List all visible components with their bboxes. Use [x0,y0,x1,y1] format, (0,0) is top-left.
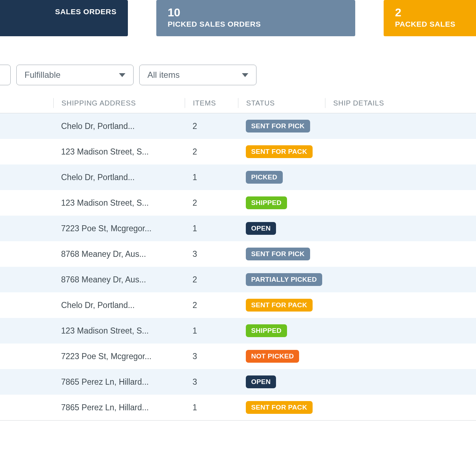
tab-label: PICKED SALES ORDERS [168,20,344,28]
tab-count: 2 [395,6,476,19]
cell-items: 2 [185,147,238,157]
table-row[interactable]: Forhlich123 Madison Street, S...2SENT FO… [0,139,476,164]
tab-picked-sales[interactable]: 10 PICKED SALES ORDERS [156,0,355,36]
filters-row: Fulfillable All items [0,65,476,85]
cell-status: SENT FOR PACK [238,299,325,312]
cell-items: 2 [185,121,238,131]
cell-address: Chelo Dr, Portland... [53,301,185,310]
cell-customer: Forhlich [0,198,53,208]
status-badge: SHIPPED [246,324,287,337]
table-row[interactable]: loangChelo Dr, Portland...2SENT FOR PICK [0,113,476,139]
table-body: loangChelo Dr, Portland...2SENT FOR PICK… [0,113,476,421]
status-badge: OPEN [246,222,276,235]
cell-items: 3 [185,249,238,259]
table-row[interactable]: Tehrani7865 Perez Ln, Hillard...3OPEN [0,369,476,395]
cell-customer: lleboid [0,173,53,182]
cell-items: 2 [185,275,238,285]
cell-status: SENT FOR PACK [238,401,325,414]
cell-status: NOT PICKED [238,350,325,363]
cell-customer: vson [0,352,53,361]
filter-label: All items [147,70,180,80]
col-items[interactable]: ITEMS [185,98,238,108]
filter-label: Fulfillable [25,70,60,80]
status-badge: PARTIALLY PICKED [246,273,322,286]
cell-customer: Forhlich [0,326,53,336]
col-ship[interactable]: SHIP DETAILS [325,98,410,108]
status-badge: NOT PICKED [246,350,299,363]
tab-packed-sales[interactable]: 2 PACKED SALES [384,0,476,36]
cell-status: PARTIALLY PICKED [238,273,325,286]
table-row[interactable]: Tehrani7865 Perez Ln, Hillard...1SENT FO… [0,395,476,420]
cell-address: 8768 Meaney Dr, Aus... [53,275,185,285]
cell-items: 1 [185,173,238,182]
cell-status: SENT FOR PACK [238,145,325,158]
chevron-down-icon [242,73,248,77]
cell-customer: nan [0,275,53,285]
tab-count: 10 [168,6,344,19]
col-status[interactable]: STATUS [238,98,325,108]
cell-address: 7223 Poe St, Mcgregor... [53,224,185,233]
cell-address: 7223 Poe St, Mcgregor... [53,352,185,361]
cell-address: 123 Madison Street, S... [53,147,185,157]
col-customer[interactable]: ER [0,98,53,108]
status-badge: SENT FOR PACK [246,299,313,312]
cell-status: OPEN [238,375,325,388]
cell-customer: Tehrani [0,377,53,387]
cell-address: Chelo Dr, Portland... [53,173,185,182]
table-row[interactable]: Forhlich123 Madison Street, S...1SHIPPED [0,318,476,344]
cell-items: 3 [185,377,238,387]
cell-customer: Tehrani [0,403,53,412]
status-badge: SENT FOR PICK [246,248,310,260]
col-address[interactable]: SHIPPING ADDRESS [53,98,185,108]
cell-items: 1 [185,224,238,233]
table-row[interactable]: loangChelo Dr, Portland...2SENT FOR PACK [0,292,476,318]
status-badge: SHIPPED [246,196,287,209]
tab-label: PACKED SALES [395,20,476,28]
status-badge: SENT FOR PICK [246,120,310,132]
table-row[interactable]: vson7223 Poe St, Mcgregor...3NOT PICKED [0,344,476,369]
table-row[interactable]: nan8768 Meaney Dr, Aus...3SENT FOR PICK [0,241,476,267]
table-row[interactable]: Forhlich123 Madison Street, S...2SHIPPED [0,190,476,216]
tab-label: SALES ORDERS [0,7,117,16]
filter-fulfillable[interactable]: Fulfillable [16,65,134,85]
cell-status: OPEN [238,222,325,235]
cell-address: 7865 Perez Ln, Hillard... [53,377,185,387]
table-row[interactable]: nan8768 Meaney Dr, Aus...2PARTIALLY PICK… [0,267,476,292]
cell-customer: nan [0,249,53,259]
cell-items: 1 [185,326,238,336]
cell-customer: loang [0,301,53,310]
cell-address: 8768 Meaney Dr, Aus... [53,249,185,259]
table-header: ER SHIPPING ADDRESS ITEMS STATUS SHIP DE… [0,95,476,113]
status-badge: OPEN [246,375,276,388]
status-badge: SENT FOR PACK [246,145,313,158]
cell-status: SHIPPED [238,196,325,209]
cell-status: SHIPPED [238,324,325,337]
status-tabs: SALES ORDERS 10 PICKED SALES ORDERS 2 PA… [0,0,476,36]
cell-items: 2 [185,301,238,310]
cell-status: SENT FOR PICK [238,120,325,132]
filter-leading[interactable] [0,65,11,85]
cell-customer: loang [0,121,53,131]
cell-customer: Forhlich [0,147,53,157]
cell-status: SENT FOR PICK [238,248,325,260]
cell-address: 123 Madison Street, S... [53,198,185,208]
status-badge: SENT FOR PACK [246,401,313,414]
chevron-down-icon [119,73,125,77]
cell-items: 3 [185,352,238,361]
cell-customer: vson [0,224,53,233]
tab-open-sales[interactable]: SALES ORDERS [0,0,128,36]
cell-address: Chelo Dr, Portland... [53,121,185,131]
cell-address: 123 Madison Street, S... [53,326,185,336]
table-row[interactable]: lleboidChelo Dr, Portland...1PICKED [0,164,476,190]
filter-items[interactable]: All items [139,65,256,85]
cell-items: 1 [185,403,238,412]
cell-address: 7865 Perez Ln, Hillard... [53,403,185,412]
table-row[interactable]: vson7223 Poe St, Mcgregor...1OPEN [0,216,476,241]
cell-status: PICKED [238,171,325,184]
status-badge: PICKED [246,171,283,184]
cell-items: 2 [185,198,238,208]
